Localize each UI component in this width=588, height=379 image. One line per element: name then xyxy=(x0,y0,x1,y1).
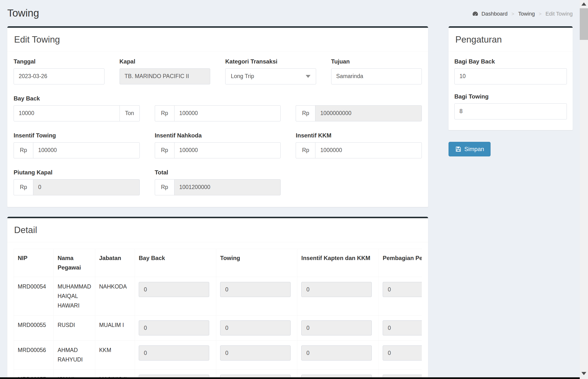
cell-input-insentif xyxy=(301,282,372,297)
table-cell xyxy=(135,277,216,316)
table-cell xyxy=(297,316,379,341)
table-cell xyxy=(297,277,379,316)
save-button[interactable]: Simpan xyxy=(449,142,491,157)
save-button-label: Simpan xyxy=(464,146,484,153)
field-kategori-transaksi: Kategori Transaksi Long Trip xyxy=(225,58,316,84)
edit-towing-card-title: Edit Towing xyxy=(14,33,421,46)
insentif-towing-label: Insentif Towing xyxy=(14,132,140,139)
tujuan-input[interactable] xyxy=(331,68,422,84)
piutang-kapal-label: Piutang Kapal xyxy=(14,169,140,176)
total-label: Total xyxy=(155,169,281,176)
table-header-row: NIPNama PegawaiJabatanBay BackTowingInse… xyxy=(14,249,422,277)
bay-back-price-input[interactable] xyxy=(174,105,281,121)
kapal-label: Kapal xyxy=(119,58,210,65)
cell-nip: MRD00056 xyxy=(14,341,54,369)
bagi-towing-label: Bagi Towing xyxy=(454,93,567,100)
column-header-insentif-kapten-dan-kkm: Insentif Kapten dan KKM xyxy=(297,249,379,277)
field-insentif-nahkoda: Insentif Nahkoda Rp xyxy=(155,132,281,158)
insentif-nahkoda-currency-addon: Rp xyxy=(155,142,174,158)
column-header-jabatan: Jabatan xyxy=(95,249,135,277)
cell-jabatan: MUALIM I xyxy=(95,316,135,341)
kategori-selected-value: Long Trip xyxy=(231,73,254,79)
piutang-kapal-currency-addon: Rp xyxy=(14,179,33,195)
cell-nama: AHMAD RAHYUDI xyxy=(54,341,95,369)
cell-input-bay-back xyxy=(139,320,209,335)
cell-input-pembagian xyxy=(383,320,422,335)
bay-back-total-group: Rp xyxy=(296,105,422,121)
bay-back-label: Bay Back xyxy=(14,95,422,102)
table-cell xyxy=(379,277,422,316)
cell-nama: RUSDI xyxy=(54,316,95,341)
tujuan-label: Tujuan xyxy=(331,58,422,65)
cell-input-towing xyxy=(220,320,291,335)
cell-input-towing xyxy=(220,346,291,361)
vertical-scrollbar[interactable] xyxy=(580,0,588,379)
content-area: Towing Dashboard > Towing > Edit Towing xyxy=(7,0,573,379)
scroll-down-icon[interactable] xyxy=(581,372,586,375)
bay-back-price-group: Rp xyxy=(155,105,281,121)
cell-input-bay-back xyxy=(139,346,209,361)
detail-table: NIPNama PegawaiJabatanBay BackTowingInse… xyxy=(14,249,422,379)
piutang-kapal-input xyxy=(33,179,140,195)
table-cell xyxy=(379,341,422,369)
bay-back-qty-input[interactable] xyxy=(14,105,120,121)
cell-input-insentif xyxy=(301,320,372,335)
detail-card: Detail NIPNama PegawaiJabatanBay BackTow… xyxy=(7,217,428,379)
pengaturan-card: Pengaturan Bagi Bay Back Bagi Towing xyxy=(449,26,573,130)
column-header-nama-pegawai: Nama Pegawai xyxy=(54,249,95,277)
total-input xyxy=(174,179,281,195)
column-header-nip: NIP xyxy=(14,249,54,277)
bagi-towing-input[interactable] xyxy=(454,103,567,119)
cell-jabatan: NAHKODA xyxy=(95,277,135,316)
insentif-nahkoda-input[interactable] xyxy=(174,142,281,158)
cell-input-insentif xyxy=(301,346,372,361)
breadcrumb-towing[interactable]: Towing xyxy=(518,11,535,17)
breadcrumb-dashboard[interactable]: Dashboard xyxy=(481,11,508,17)
bay-back-currency-addon: Rp xyxy=(155,105,174,121)
field-bagi-bay-back: Bagi Bay Back xyxy=(454,58,567,84)
detail-card-header: Detail xyxy=(7,218,428,242)
field-insentif-kkm: Insentif KKM Rp xyxy=(296,132,422,158)
edit-towing-card-header: Edit Towing xyxy=(7,28,428,52)
pengaturan-card-title: Pengaturan xyxy=(455,33,566,46)
cell-input-pembagian xyxy=(383,346,422,361)
table-cell xyxy=(135,316,216,341)
total-currency-addon: Rp xyxy=(155,179,174,195)
cell-input-bay-back xyxy=(139,282,209,297)
field-insentif-towing: Insentif Towing Rp xyxy=(14,132,140,158)
insentif-towing-input[interactable] xyxy=(33,142,140,158)
bagi-bay-back-input[interactable] xyxy=(454,68,567,84)
pengaturan-card-header: Pengaturan xyxy=(449,28,573,52)
bottom-bar xyxy=(0,377,580,379)
cell-nip: MRD00054 xyxy=(14,277,54,316)
scrollbar-thumb[interactable] xyxy=(580,8,588,40)
detail-table-body: MRD00054MUHAMMAD HAIQAL HAWARINAHKODAMRD… xyxy=(14,277,422,379)
table-row: MRD00055RUSDIMUALIM I xyxy=(14,316,422,341)
cell-input-towing xyxy=(220,282,291,297)
cell-jabatan: KKM xyxy=(95,341,135,369)
insentif-kkm-input[interactable] xyxy=(315,142,422,158)
kapal-input xyxy=(119,68,210,84)
scroll-up-icon[interactable] xyxy=(581,2,586,6)
table-cell xyxy=(216,277,297,316)
cell-nip: MRD00055 xyxy=(14,316,54,341)
field-kapal: Kapal xyxy=(119,58,210,84)
table-cell xyxy=(216,316,297,341)
bagi-bay-back-label: Bagi Bay Back xyxy=(454,58,567,65)
cell-nama: MUHAMMAD HAIQAL HAWARI xyxy=(54,277,95,316)
bay-back-unit-addon: Ton xyxy=(120,105,140,121)
insentif-towing-currency-addon: Rp xyxy=(14,142,33,158)
tanggal-input[interactable] xyxy=(14,68,104,84)
tanggal-label: Tanggal xyxy=(14,58,104,65)
table-cell xyxy=(297,341,379,369)
bay-back-total-input xyxy=(315,105,422,121)
field-tanggal: Tanggal xyxy=(14,58,104,84)
table-row: MRD00056AHMAD RAHYUDIKKM xyxy=(14,341,422,369)
field-piutang-kapal: Piutang Kapal Rp xyxy=(14,169,140,195)
kategori-select[interactable]: Long Trip xyxy=(225,68,316,84)
column-header-pembagian-pe: Pembagian Pe xyxy=(379,249,422,277)
insentif-kkm-label: Insentif KKM xyxy=(296,132,422,139)
edit-towing-card: Edit Towing Tanggal Kapal Kategor xyxy=(7,26,428,207)
detail-card-title: Detail xyxy=(14,224,421,236)
breadcrumb: Dashboard > Towing > Edit Towing xyxy=(472,11,573,17)
